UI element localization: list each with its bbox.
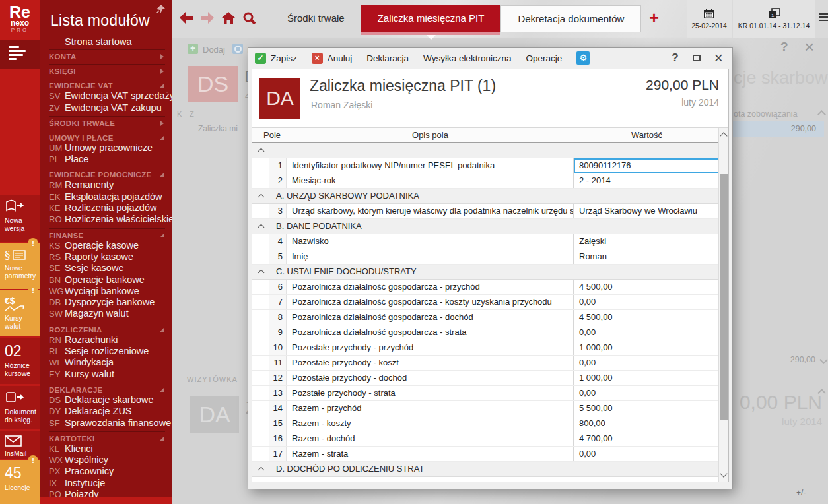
field-value-input[interactable]: 4 500,00 [574,310,720,325]
sidebar-item[interactable]: KERozliczenia pojazdów [49,203,165,214]
rail-item-nowa-wersja[interactable]: Nowa wersja [0,195,40,242]
sidebar-item[interactable]: POPojazdy [49,489,165,497]
sidebar-group[interactable]: KSIĘGI [49,64,165,76]
rail-item-licencje[interactable]: ! 45 Licencje [0,460,40,504]
form-field-row[interactable]: 17Razem - strata0,00 [252,447,728,462]
field-value-input[interactable]: 800,00 [574,416,720,431]
sidebar-item[interactable]: WGWyciągi bankowe [49,286,165,297]
sidebar-item[interactable]: WIWindykacja [49,357,165,368]
form-section-row[interactable]: C. USTALENIE DOCHODU/STRATY [252,265,728,280]
rail-item-roznice-kursowe[interactable]: 02 Różnice kursowe [0,338,40,384]
cancel-button[interactable]: × Anuluj [312,53,353,64]
back-arrow-icon[interactable] [178,11,194,24]
sidebar-group[interactable]: DEKLARACJE [49,383,165,394]
sidebar-item[interactable]: PLPłace [49,154,165,165]
collapse-chevron[interactable] [252,219,269,234]
electronic-send-menu-button[interactable]: Wysyłka elektroniczna [423,53,511,63]
form-field-row[interactable]: 8Pozarolnicza działalność gospodarcza - … [252,310,728,325]
scroll-up-icon[interactable] [720,132,727,139]
maximize-button[interactable] [693,55,701,61]
field-value-input[interactable]: 0,00 [574,386,720,400]
sidebar-item[interactable]: SWMagazyn walut [49,308,165,319]
field-value-input[interactable]: 0,00 [574,295,720,309]
form-field-row[interactable]: 16Razem - dochód4 700,00 [252,431,728,447]
sidebar-item[interactable]: ZVEwidencja VAT zakupu [49,102,165,113]
form-field-row[interactable]: 5ImięRoman [252,249,728,265]
field-value-input[interactable]: 1 000,00 [574,340,720,355]
sidebar-group[interactable]: FINANSE [49,228,165,240]
collapse-chevron[interactable] [252,189,269,203]
form-section-row[interactable]: B. DANE PODATNIKA [252,219,728,234]
form-field-row[interactable]: 4NazwiskoZałęski [252,234,728,249]
rail-item-dokument-do-ksieg[interactable]: Dokument do księg. [0,386,40,429]
pin-icon[interactable] [155,4,166,15]
field-value-input[interactable]: Urząd Skarbowy we Wrocławiu [574,204,720,218]
field-value-input[interactable]: 4 500,00 [574,280,720,294]
sidebar-item[interactable]: SVEwidencja VAT sprzedaży [49,90,165,102]
field-value-input[interactable]: Załęski [574,234,720,249]
rail-item-nowe-parametry[interactable]: ! § Nowe parametry [0,243,40,289]
tab-srodki-trwale[interactable]: Środki trwałe [271,5,361,32]
sidebar-item[interactable]: RLSesje rozliczeniowe [49,346,165,357]
form-field-row[interactable]: 7Pozarolnicza działalność gospodarcza - … [252,295,728,310]
current-date-picker[interactable]: 25-02-2014 [687,0,732,38]
window-menu-icon[interactable] [819,13,828,23]
declaration-menu-button[interactable]: Deklaracja [366,53,409,63]
form-field-row[interactable]: 14Razem - przychód5 500,00 [252,401,728,416]
sidebar-item[interactable]: SFSprawozdania finansowe [49,418,165,429]
operations-menu-button[interactable]: Operacje [526,53,563,63]
form-field-row[interactable]: 11Pozostałe przychody - koszt0,00 [252,356,728,371]
rail-item-kursy-walut[interactable]: ! €$ Kursy walut [0,290,40,336]
sidebar-group[interactable]: ŚRODKI TRWAŁE [49,116,165,128]
sidebar-group[interactable]: EWIDENCJE VAT [49,79,165,90]
modules-menu-button[interactable] [0,40,40,69]
sidebar-item[interactable]: RNRozrachunki [49,334,165,346]
sidebar-item[interactable]: EKEksploatacja pojazdów [49,191,165,203]
collapse-chevron[interactable] [252,462,269,476]
field-value-input[interactable]: 0,00 [574,356,720,370]
form-section-row[interactable]: A. URZĄD SKARBOWY PODATNIKA [252,189,728,204]
sidebar-item[interactable]: RMRemanenty [49,179,165,191]
sidebar-item[interactable]: RSRaporty kasowe [49,251,165,263]
form-field-row[interactable]: 6Pozarolnicza działalność gospodarcza - … [252,280,728,295]
field-value-input[interactable]: Roman [574,249,720,264]
form-section-row[interactable] [252,143,728,158]
scroll-down-icon[interactable] [720,470,727,477]
form-field-row[interactable]: 2Miesiąc-rok2 - 2014 [252,173,728,189]
sidebar-item[interactable]: Strona startowa [49,36,165,47]
field-value-input[interactable]: 5 500,00 [574,401,720,416]
sidebar-item[interactable]: EYKursy walut [49,369,165,380]
form-field-row[interactable]: 12Pozostałe przychody - dochód1 000,00 [252,371,728,386]
tab-dekretacja-dokumentow[interactable]: Dekretacja dokumentów [500,5,641,32]
home-icon[interactable] [221,11,236,25]
collapse-chevron[interactable] [252,265,269,279]
field-value-input[interactable]: 0,00 [574,447,720,461]
field-value-input[interactable]: 0,00 [574,325,720,340]
form-field-row[interactable]: 9Pozarolnicza działalność gospodarcza - … [252,325,728,340]
sidebar-item[interactable]: DBDyspozycje bankowe [49,297,165,308]
close-button[interactable]: × [714,52,723,64]
sidebar-item[interactable]: SESesje kasowe [49,263,165,274]
sidebar-item[interactable]: DYDeklaracje ZUS [49,406,165,417]
settings-gear-button[interactable]: ⚙ [576,51,590,65]
sidebar-item[interactable]: IXInstytucje [49,478,165,489]
scrollbar-thumb[interactable] [720,174,728,420]
field-value-input[interactable]: 2 - 2014 [574,173,720,188]
period-picker[interactable]: 1 KR 01.01.14 - 31.12.14 [733,0,815,38]
form-field-row[interactable]: 1Identyfikator podatkowy NIP/numer PESEL… [252,158,728,173]
sidebar-item[interactable]: UMUmowy pracownicze [49,142,165,154]
sidebar-item[interactable]: WXWspólnicy [49,455,165,466]
form-field-row[interactable]: 15Razem - koszty800,00 [252,416,728,431]
form-field-row[interactable]: 13Pozstałe przychody - strata0,00 [252,386,728,401]
form-field-row[interactable]: 3Urząd skarbowy, którym kieruje właściwy… [252,204,728,219]
forward-arrow-icon[interactable] [199,11,215,24]
sidebar-group[interactable]: EWIDENCJE POMOCNICZE [49,168,165,179]
sidebar-group[interactable]: KARTOTEKI [49,431,165,443]
tab-zaliczka-miesieczna-pit[interactable]: Zaliczka miesięczna PIT [361,5,501,32]
add-tab-button[interactable]: + [649,5,659,32]
help-button[interactable]: ? [672,51,678,65]
sidebar-group[interactable]: UMOWY I PŁACE [49,131,165,142]
collapse-chevron[interactable] [252,143,269,158]
save-button[interactable]: ✓ Zapisz [255,53,297,64]
sidebar-item[interactable]: PXPracownicy [49,466,165,477]
